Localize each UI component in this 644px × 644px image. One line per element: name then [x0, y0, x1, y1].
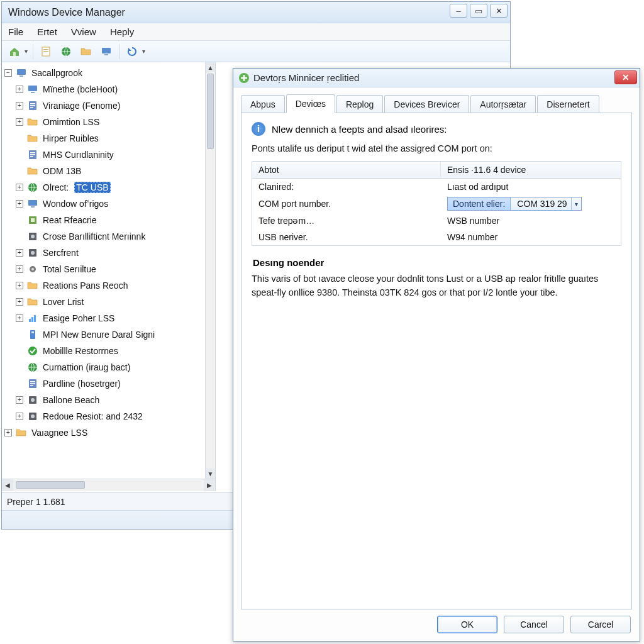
scroll-left-arrow[interactable]: ◀	[2, 479, 13, 491]
tree-item-label: Reat Rfeacrie	[41, 214, 99, 226]
minimize-button[interactable]: –	[450, 4, 467, 18]
maximize-button[interactable]: ▭	[470, 4, 487, 18]
ok-button[interactable]: OK	[437, 616, 497, 633]
menubar: File Ertet Vview Heply	[2, 23, 510, 41]
gear-icon	[27, 264, 38, 275]
horizontal-scrollbar[interactable]: ◀ ▶	[2, 479, 215, 491]
tree-item[interactable]: −Sacallpgrook	[4, 65, 215, 81]
expander-icon[interactable]: +	[16, 282, 23, 289]
tree-item[interactable]: Mobillle Restorrnes	[4, 343, 215, 359]
close-button[interactable]: ✕	[490, 4, 508, 18]
tree-item[interactable]: MPI New Benure Daral Signi	[4, 326, 215, 343]
section-title: Desıng noender	[253, 257, 621, 268]
menu-help[interactable]: Heply	[110, 26, 134, 37]
scroll-right-arrow[interactable]: ▶	[204, 479, 215, 491]
tree-item[interactable]: +Viraniage (Fenome)	[4, 97, 215, 114]
tree-item[interactable]: +Omimtion LSS	[4, 114, 215, 130]
toolbar-globe-icon[interactable]	[58, 44, 74, 59]
expander-icon[interactable]: +	[16, 396, 23, 404]
expander-icon[interactable]: +	[16, 118, 23, 126]
tab-replog[interactable]: Replog	[336, 95, 383, 113]
toolbar-monitor-icon[interactable]	[99, 44, 114, 59]
tree-item[interactable]: +Mïnethe (bcleHoot)	[4, 81, 215, 97]
expander-icon[interactable]: −	[4, 69, 12, 77]
scroll-up-arrow[interactable]: ▲	[206, 62, 215, 72]
globe-icon	[27, 362, 38, 373]
toolbar-folder-icon[interactable]	[79, 44, 94, 59]
menu-file[interactable]: File	[8, 26, 23, 37]
expander-icon[interactable]: +	[16, 200, 23, 208]
expander-icon[interactable]: +	[16, 413, 23, 420]
tree-item[interactable]: +Reations Pans Reoch	[4, 277, 215, 294]
scroll-thumb-v[interactable]	[207, 74, 214, 149]
menu-edit[interactable]: Ertet	[37, 26, 57, 37]
dialog-titlebar[interactable]: Devtoŗs Minnicer ŗeclitied ✕	[233, 69, 640, 87]
tab-strip: Abpus Deviœs Replog Devices Brevicer Aut…	[233, 87, 640, 113]
prop-row: Tefe trepəm… WSB number	[252, 213, 621, 229]
tree-item[interactable]: Curnattion (iraug bact)	[4, 359, 215, 375]
tree-item-selected[interactable]: +Olrect:TC USB	[4, 179, 215, 196]
expander-icon[interactable]: +	[16, 314, 23, 322]
scroll-down-arrow[interactable]: ▼	[206, 469, 215, 479]
tree-item-selected-suffix: TC USB	[74, 182, 110, 193]
expander-icon[interactable]: +	[4, 429, 12, 436]
tree-item[interactable]: +Total Serıiltue	[4, 261, 215, 277]
tree-item[interactable]: +Lover Lrist	[4, 294, 215, 310]
chip-icon	[27, 214, 38, 226]
tree-item[interactable]: +Vaıagnee LSS	[4, 425, 215, 441]
disk-icon	[27, 247, 38, 258]
com-port-combobox[interactable]: Dontent elier: COM 319 29 ▾	[447, 197, 582, 211]
toolbar-doc-icon[interactable]	[38, 44, 53, 59]
toolbar-refresh-dropdown[interactable]: ▾	[142, 48, 145, 55]
signal-icon	[27, 313, 38, 324]
folder-icon	[27, 133, 38, 144]
device-tree[interactable]: −Sacallpgrook+Mïnethe (bcleHoot)+Virania…	[2, 62, 215, 479]
tab-brevicer[interactable]: Devices Brevicer	[384, 95, 469, 113]
column-header-right[interactable]: Ensis ·11.6 4 device	[441, 162, 621, 178]
tree-item[interactable]: +Redoue Resiot: and 2432	[4, 408, 215, 425]
scroll-thumb-h[interactable]	[16, 481, 85, 489]
expander-icon[interactable]: +	[16, 86, 23, 93]
dialog-close-button[interactable]: ✕	[614, 70, 637, 84]
tree-item[interactable]: Pardline (hosetrger)	[4, 375, 215, 392]
toolbar-refresh-icon[interactable]	[125, 44, 140, 59]
tree-item-label: Ballone Beach	[41, 394, 101, 406]
monitor-icon	[27, 84, 38, 95]
tree-item-label: Omimtion LSS	[41, 116, 101, 128]
tree-item[interactable]: Hirper Ruibles	[4, 130, 215, 147]
tree-item[interactable]: Reat Rfeacrie	[4, 212, 215, 228]
prop-row: Clanired: Lıast od ardıput	[252, 179, 621, 195]
tab-devices[interactable]: Deviœs	[286, 94, 335, 113]
tab-abpus[interactable]: Abpus	[241, 95, 285, 113]
tree-item[interactable]: MHS Curıdlaninity	[4, 147, 215, 163]
column-header-left[interactable]: Abtot	[252, 162, 441, 178]
cancel-button-2[interactable]: Carcel	[570, 616, 631, 633]
tree-item-label: Easige Poher LSS	[41, 313, 116, 324]
tree-item[interactable]: +Ballone Beach	[4, 392, 215, 408]
vertical-scrollbar[interactable]: ▲ ▼	[205, 62, 215, 479]
toolbar-home-dropdown[interactable]: ▾	[25, 48, 28, 55]
note-icon	[27, 149, 38, 160]
tree-item[interactable]: Crose Barıllifticnt Merıinnk	[4, 228, 215, 245]
globe-icon	[27, 182, 38, 193]
tree-item[interactable]: ODM 13B	[4, 163, 215, 179]
tree-item[interactable]: +Sercfrent	[4, 245, 215, 261]
cancel-button[interactable]: Cancel	[504, 616, 564, 633]
tree-item[interactable]: +Easige Poher LSS	[4, 310, 215, 326]
tree-item[interactable]: +Wondow ofˈrigos	[4, 196, 215, 212]
check-icon	[27, 345, 38, 357]
tab-autor[interactable]: Autorŗsætar	[470, 95, 536, 113]
disk-icon	[27, 231, 38, 242]
expander-icon[interactable]: +	[16, 298, 23, 306]
titlebar[interactable]: Windows Device Manager – ▭ ✕	[2, 2, 510, 23]
expander-icon[interactable]: +	[16, 184, 23, 191]
folder-icon	[16, 427, 27, 438]
usb-icon	[27, 329, 38, 340]
monitor-icon	[27, 198, 38, 209]
expander-icon[interactable]: +	[16, 102, 23, 109]
tab-disern[interactable]: Disernetert	[537, 95, 599, 113]
expander-icon[interactable]: +	[16, 249, 23, 257]
menu-view[interactable]: Vview	[71, 26, 96, 37]
toolbar-home-icon[interactable]	[7, 44, 22, 59]
expander-icon[interactable]: +	[16, 265, 23, 273]
